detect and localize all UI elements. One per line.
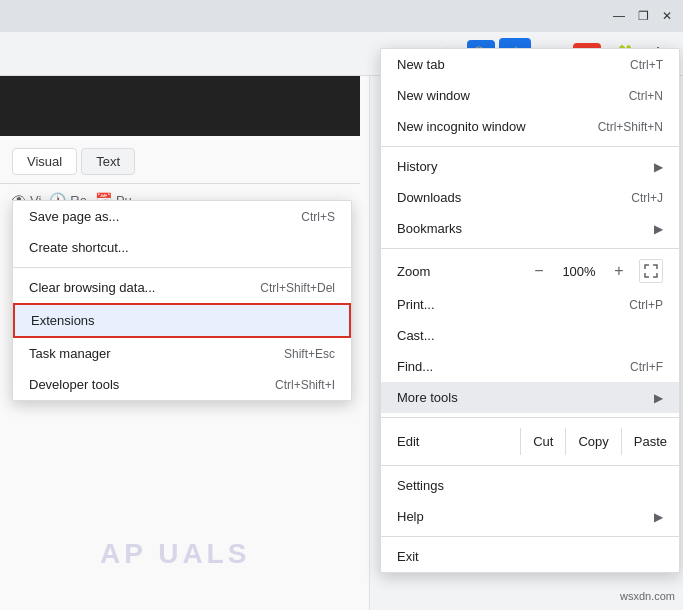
menu-bookmarks[interactable]: Bookmarks ▶ <box>381 213 679 244</box>
cast-label: Cast... <box>397 328 435 343</box>
new-tab-label: New tab <box>397 57 445 72</box>
settings-label: Settings <box>397 478 444 493</box>
left-menu-save[interactable]: Save page as... Ctrl+S <box>13 201 351 232</box>
menu-settings[interactable]: Settings <box>381 470 679 501</box>
menu-divider-5 <box>381 536 679 537</box>
title-bar: — ❐ ✕ <box>0 0 683 32</box>
left-menu-task-manager[interactable]: Task manager Shift+Esc <box>13 338 351 369</box>
extensions-label: Extensions <box>31 313 95 328</box>
menu-divider-4 <box>381 465 679 466</box>
right-context-menu: New tab Ctrl+T New window Ctrl+N New inc… <box>380 48 680 573</box>
close-button[interactable]: ✕ <box>659 8 675 24</box>
exit-label: Exit <box>397 549 419 564</box>
minimize-button[interactable]: — <box>611 8 627 24</box>
bookmarks-label: Bookmarks <box>397 221 462 236</box>
help-label: Help <box>397 509 424 524</box>
print-shortcut: Ctrl+P <box>629 298 663 312</box>
downloads-label: Downloads <box>397 190 461 205</box>
clear-shortcut: Ctrl+Shift+Del <box>260 281 335 295</box>
history-label: History <box>397 159 437 174</box>
menu-find[interactable]: Find... Ctrl+F <box>381 351 679 382</box>
left-menu-extensions[interactable]: Extensions <box>13 303 351 338</box>
page-tabs: Visual Text <box>0 140 360 184</box>
zoom-value: 100% <box>559 264 599 279</box>
cut-button[interactable]: Cut <box>520 428 565 455</box>
paste-button[interactable]: Paste <box>621 428 679 455</box>
menu-help[interactable]: Help ▶ <box>381 501 679 532</box>
clear-label: Clear browsing data... <box>29 280 155 295</box>
left-divider-1 <box>13 267 351 268</box>
left-menu-clear[interactable]: Clear browsing data... Ctrl+Shift+Del <box>13 272 351 303</box>
edit-label: Edit <box>381 426 520 457</box>
new-window-shortcut: Ctrl+N <box>629 89 663 103</box>
left-menu-shortcut[interactable]: Create shortcut... <box>13 232 351 263</box>
save-shortcut: Ctrl+S <box>301 210 335 224</box>
menu-more-tools[interactable]: More tools ▶ <box>381 382 679 413</box>
menu-divider-3 <box>381 417 679 418</box>
devtools-shortcut: Ctrl+Shift+I <box>275 378 335 392</box>
menu-divider-2 <box>381 248 679 249</box>
tab-visual[interactable]: Visual <box>12 148 77 175</box>
menu-history[interactable]: History ▶ <box>381 151 679 182</box>
more-tools-arrow: ▶ <box>654 391 663 405</box>
incognito-label: New incognito window <box>397 119 526 134</box>
task-manager-label: Task manager <box>29 346 111 361</box>
zoom-in-button[interactable]: + <box>607 259 631 283</box>
copy-button[interactable]: Copy <box>565 428 620 455</box>
shortcut-label: Create shortcut... <box>29 240 129 255</box>
print-label: Print... <box>397 297 435 312</box>
downloads-shortcut: Ctrl+J <box>631 191 663 205</box>
zoom-row: Zoom − 100% + <box>381 253 679 289</box>
find-label: Find... <box>397 359 433 374</box>
menu-new-incognito[interactable]: New incognito window Ctrl+Shift+N <box>381 111 679 142</box>
zoom-out-button[interactable]: − <box>527 259 551 283</box>
browser-window: — ❐ ✕ ☆ 🔍 📋 COP Λ ABP 🧩 ⋮ <box>0 0 683 610</box>
find-shortcut: Ctrl+F <box>630 360 663 374</box>
devtools-label: Developer tools <box>29 377 119 392</box>
menu-divider-1 <box>381 146 679 147</box>
edit-row: Edit Cut Copy Paste <box>381 422 679 461</box>
apuals-watermark: AP UALS <box>100 538 250 570</box>
bookmarks-arrow: ▶ <box>654 222 663 236</box>
restore-button[interactable]: ❐ <box>635 8 651 24</box>
menu-print[interactable]: Print... Ctrl+P <box>381 289 679 320</box>
tab-text[interactable]: Text <box>81 148 135 175</box>
help-arrow: ▶ <box>654 510 663 524</box>
menu-cast[interactable]: Cast... <box>381 320 679 351</box>
left-context-menu: Save page as... Ctrl+S Create shortcut..… <box>12 200 352 401</box>
menu-new-window[interactable]: New window Ctrl+N <box>381 80 679 111</box>
site-watermark: wsxdn.com <box>620 590 675 602</box>
new-tab-shortcut: Ctrl+T <box>630 58 663 72</box>
save-label: Save page as... <box>29 209 119 224</box>
zoom-label: Zoom <box>397 264 519 279</box>
history-arrow: ▶ <box>654 160 663 174</box>
menu-exit[interactable]: Exit <box>381 541 679 572</box>
more-tools-label: More tools <box>397 390 458 405</box>
menu-downloads[interactable]: Downloads Ctrl+J <box>381 182 679 213</box>
new-window-label: New window <box>397 88 470 103</box>
fullscreen-button[interactable] <box>639 259 663 283</box>
task-manager-shortcut: Shift+Esc <box>284 347 335 361</box>
page-dark-header <box>0 76 360 136</box>
left-menu-devtools[interactable]: Developer tools Ctrl+Shift+I <box>13 369 351 400</box>
menu-new-tab[interactable]: New tab Ctrl+T <box>381 49 679 80</box>
incognito-shortcut: Ctrl+Shift+N <box>598 120 663 134</box>
